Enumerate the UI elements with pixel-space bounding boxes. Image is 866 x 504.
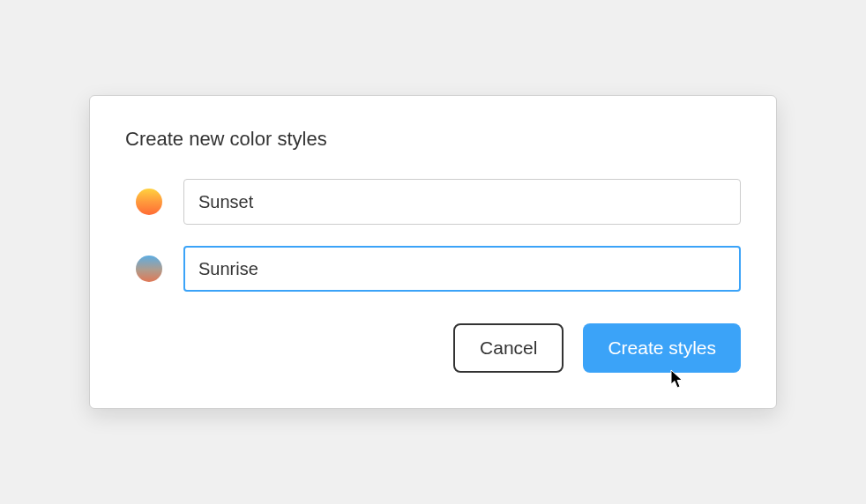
style-row-1 <box>125 246 741 292</box>
dialog-button-row: Cancel Create styles <box>125 323 741 373</box>
style-name-input-1[interactable] <box>183 246 741 292</box>
style-name-input-0[interactable] <box>183 179 741 225</box>
cancel-button[interactable]: Cancel <box>453 323 564 373</box>
style-row-0 <box>125 179 741 225</box>
dialog-title: Create new color styles <box>125 128 741 151</box>
create-styles-button[interactable]: Create styles <box>583 323 741 373</box>
color-swatch-icon <box>136 189 162 215</box>
color-swatch-icon <box>136 256 162 282</box>
create-color-styles-dialog: Create new color styles Cancel Create st… <box>89 95 777 409</box>
